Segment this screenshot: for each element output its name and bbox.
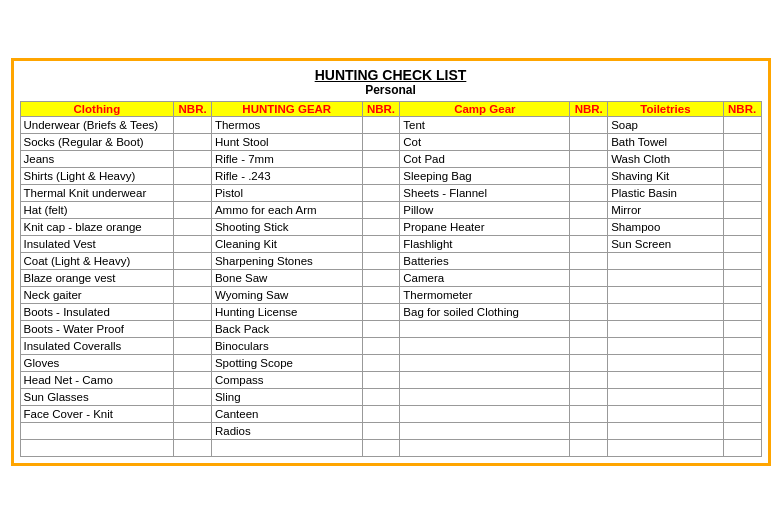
nbr3-cell — [570, 406, 608, 423]
nbr2-cell — [362, 270, 400, 287]
nbr3-cell — [570, 253, 608, 270]
nbr4-cell — [723, 202, 761, 219]
nbr2-cell — [362, 287, 400, 304]
nbr3-cell — [570, 270, 608, 287]
table-row: Hat (felt)Ammo for each ArmPillowMirror — [20, 202, 761, 219]
nbr2-cell — [362, 253, 400, 270]
gear-cell: Hunt Stool — [211, 134, 362, 151]
camp-cell: Bag for soiled Clothing — [400, 304, 570, 321]
camp-cell: Thermometer — [400, 287, 570, 304]
gear-cell: Back Pack — [211, 321, 362, 338]
nbr1-cell — [174, 338, 212, 355]
nbr1-cell — [174, 440, 212, 457]
nbr3-cell — [570, 304, 608, 321]
table-row — [20, 440, 761, 457]
gear-cell: Cleaning Kit — [211, 236, 362, 253]
camp-cell — [400, 372, 570, 389]
table-row: Boots - Water ProofBack Pack — [20, 321, 761, 338]
gear-cell — [211, 440, 362, 457]
nbr2-cell — [362, 185, 400, 202]
table-row: Radios — [20, 423, 761, 440]
nbr2-cell — [362, 219, 400, 236]
nbr3-cell — [570, 151, 608, 168]
gear-cell: Wyoming Saw — [211, 287, 362, 304]
table-row: Boots - InsulatedHunting LicenseBag for … — [20, 304, 761, 321]
nbr4-cell — [723, 287, 761, 304]
nbr2-cell — [362, 440, 400, 457]
toiletries-cell — [608, 423, 724, 440]
nbr4-cell — [723, 389, 761, 406]
gear-cell: Rifle - 7mm — [211, 151, 362, 168]
clothing-cell: Gloves — [20, 355, 174, 372]
camp-cell — [400, 338, 570, 355]
nbr1-cell — [174, 270, 212, 287]
nbr2-cell — [362, 117, 400, 134]
checklist-table: Clothing NBR. HUNTING GEAR NBR. Camp Gea… — [20, 101, 762, 457]
nbr1-cell — [174, 355, 212, 372]
camp-cell — [400, 423, 570, 440]
nbr4-cell — [723, 151, 761, 168]
nbr3-cell — [570, 287, 608, 304]
gear-cell: Radios — [211, 423, 362, 440]
nbr1-cell — [174, 287, 212, 304]
clothing-cell: Knit cap - blaze orange — [20, 219, 174, 236]
nbr2-cell — [362, 355, 400, 372]
nbr1-cell — [174, 389, 212, 406]
header-camp-gear: Camp Gear — [400, 102, 570, 117]
main-container: HUNTING CHECK LIST Personal Clothing NBR… — [11, 58, 771, 466]
toiletries-cell — [608, 355, 724, 372]
clothing-cell: Underwear (Briefs & Tees) — [20, 117, 174, 134]
nbr3-cell — [570, 440, 608, 457]
camp-cell: Flashlight — [400, 236, 570, 253]
toiletries-cell: Soap — [608, 117, 724, 134]
nbr4-cell — [723, 253, 761, 270]
clothing-cell: Boots - Water Proof — [20, 321, 174, 338]
gear-cell: Hunting License — [211, 304, 362, 321]
nbr4-cell — [723, 168, 761, 185]
header-clothing: Clothing — [20, 102, 174, 117]
camp-cell: Tent — [400, 117, 570, 134]
nbr3-cell — [570, 134, 608, 151]
table-row: Underwear (Briefs & Tees)ThermosTentSoap — [20, 117, 761, 134]
nbr1-cell — [174, 321, 212, 338]
nbr3-cell — [570, 236, 608, 253]
nbr1-cell — [174, 134, 212, 151]
toiletries-cell — [608, 389, 724, 406]
nbr4-cell — [723, 355, 761, 372]
sub-title: Personal — [20, 83, 762, 97]
gear-cell: Compass — [211, 372, 362, 389]
camp-cell — [400, 355, 570, 372]
clothing-cell: Face Cover - Knit — [20, 406, 174, 423]
clothing-cell: Shirts (Light & Heavy) — [20, 168, 174, 185]
nbr2-cell — [362, 321, 400, 338]
nbr2-cell — [362, 304, 400, 321]
gear-cell: Sharpening Stones — [211, 253, 362, 270]
nbr3-cell — [570, 338, 608, 355]
clothing-cell — [20, 440, 174, 457]
header-hunting-gear: HUNTING GEAR — [211, 102, 362, 117]
nbr4-cell — [723, 134, 761, 151]
nbr4-cell — [723, 406, 761, 423]
camp-cell — [400, 389, 570, 406]
nbr1-cell — [174, 151, 212, 168]
camp-cell: Pillow — [400, 202, 570, 219]
toiletries-cell — [608, 372, 724, 389]
header-nbr2: NBR. — [362, 102, 400, 117]
nbr4-cell — [723, 372, 761, 389]
main-title: HUNTING CHECK LIST — [20, 67, 762, 83]
toiletries-cell — [608, 304, 724, 321]
nbr4-cell — [723, 270, 761, 287]
toiletries-cell — [608, 338, 724, 355]
gear-cell: Thermos — [211, 117, 362, 134]
gear-cell: Canteen — [211, 406, 362, 423]
camp-cell: Camera — [400, 270, 570, 287]
camp-cell: Sheets - Flannel — [400, 185, 570, 202]
toiletries-cell — [608, 440, 724, 457]
clothing-cell: Hat (felt) — [20, 202, 174, 219]
clothing-cell: Sun Glasses — [20, 389, 174, 406]
clothing-cell: Head Net - Camo — [20, 372, 174, 389]
nbr1-cell — [174, 253, 212, 270]
header-nbr1: NBR. — [174, 102, 212, 117]
nbr2-cell — [362, 151, 400, 168]
clothing-cell: Boots - Insulated — [20, 304, 174, 321]
